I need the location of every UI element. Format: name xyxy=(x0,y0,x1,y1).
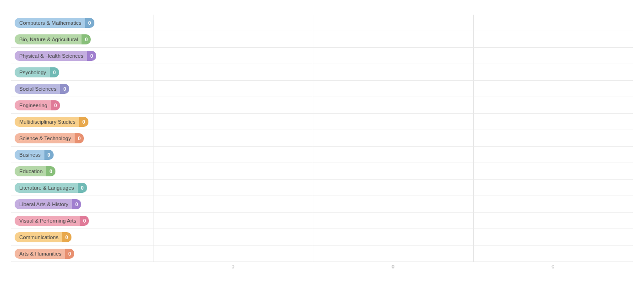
bar-row: Bio, Nature & Agricultural0 xyxy=(11,31,633,48)
bar-label: Literature & Languages xyxy=(15,183,78,193)
bar-value: 0 xyxy=(44,150,54,160)
bar-row: Business0 xyxy=(11,147,633,163)
bar-row: Physical & Health Sciences0 xyxy=(11,48,633,64)
bar-row: Psychology0 xyxy=(11,64,633,81)
bars-area: Computers & Mathematics0Bio, Nature & Ag… xyxy=(11,15,633,262)
bar-label: Physical & Health Sciences xyxy=(15,51,87,61)
bar-row: Education0 xyxy=(11,163,633,180)
bar-row: Social Sciences0 xyxy=(11,81,633,97)
bar-wrapper: Social Sciences0 xyxy=(11,84,153,94)
bar-value: 0 xyxy=(87,51,96,61)
bar-value: 0 xyxy=(62,232,71,242)
bar-label: Liberal Arts & History xyxy=(15,199,72,209)
bar-wrapper: Computers & Mathematics0 xyxy=(11,18,153,28)
bar-wrapper: Multidisciplinary Studies0 xyxy=(11,117,153,127)
x-axis: 000 xyxy=(153,264,633,269)
bar-value: 0 xyxy=(80,216,89,226)
bar-row: Arts & Humanities0 xyxy=(11,245,633,262)
bar-wrapper: Business0 xyxy=(11,150,153,160)
bar-wrapper: Liberal Arts & History0 xyxy=(11,199,153,209)
bar-value: 0 xyxy=(79,117,88,127)
x-axis-label: 0 xyxy=(153,264,313,269)
chart-container: Computers & Mathematics0Bio, Nature & Ag… xyxy=(0,0,644,289)
bar-wrapper: Visual & Performing Arts0 xyxy=(11,216,153,226)
bar-row: Communications0 xyxy=(11,229,633,245)
bar-label: Science & Technology xyxy=(15,133,75,143)
bar-label: Bio, Nature & Agricultural xyxy=(15,34,82,44)
bar-wrapper: Physical & Health Sciences0 xyxy=(11,51,153,61)
bar-row: Multidisciplinary Studies0 xyxy=(11,114,633,130)
bar-wrapper: Bio, Nature & Agricultural0 xyxy=(11,34,153,44)
bar-wrapper: Engineering0 xyxy=(11,100,153,110)
bar-value: 0 xyxy=(46,166,55,176)
bar-label: Visual & Performing Arts xyxy=(15,216,80,226)
bar-row: Engineering0 xyxy=(11,97,633,114)
bar-value: 0 xyxy=(72,199,81,209)
chart-body: Computers & Mathematics0Bio, Nature & Ag… xyxy=(11,15,633,262)
bar-label: Social Sciences xyxy=(15,84,60,94)
bar-label: Computers & Mathematics xyxy=(15,18,85,28)
bar-row: Visual & Performing Arts0 xyxy=(11,213,633,229)
bar-row: Literature & Languages0 xyxy=(11,180,633,196)
bar-value: 0 xyxy=(65,249,74,259)
bar-value: 0 xyxy=(85,18,94,28)
bar-label: Communications xyxy=(15,232,62,242)
bar-value: 0 xyxy=(82,34,91,44)
bar-value: 0 xyxy=(51,100,60,110)
bar-row: Liberal Arts & History0 xyxy=(11,196,633,213)
bar-wrapper: Science & Technology0 xyxy=(11,133,153,143)
bar-label: Business xyxy=(15,150,44,160)
bar-wrapper: Literature & Languages0 xyxy=(11,183,153,193)
bar-row: Science & Technology0 xyxy=(11,130,633,147)
bar-label: Multidisciplinary Studies xyxy=(15,117,79,127)
bar-wrapper: Arts & Humanities0 xyxy=(11,249,153,259)
bar-value: 0 xyxy=(78,183,87,193)
x-axis-label: 0 xyxy=(313,264,473,269)
bar-label: Arts & Humanities xyxy=(15,249,65,259)
bar-wrapper: Communications0 xyxy=(11,232,153,242)
x-axis-label: 0 xyxy=(473,264,633,269)
bar-value: 0 xyxy=(60,84,69,94)
bar-label: Education xyxy=(15,166,46,176)
bar-row: Computers & Mathematics0 xyxy=(11,15,633,31)
bar-value: 0 xyxy=(50,67,59,77)
bar-label: Engineering xyxy=(15,100,51,110)
bar-wrapper: Education0 xyxy=(11,166,153,176)
bar-value: 0 xyxy=(75,133,84,143)
bar-wrapper: Psychology0 xyxy=(11,67,153,77)
bar-label: Psychology xyxy=(15,67,50,77)
